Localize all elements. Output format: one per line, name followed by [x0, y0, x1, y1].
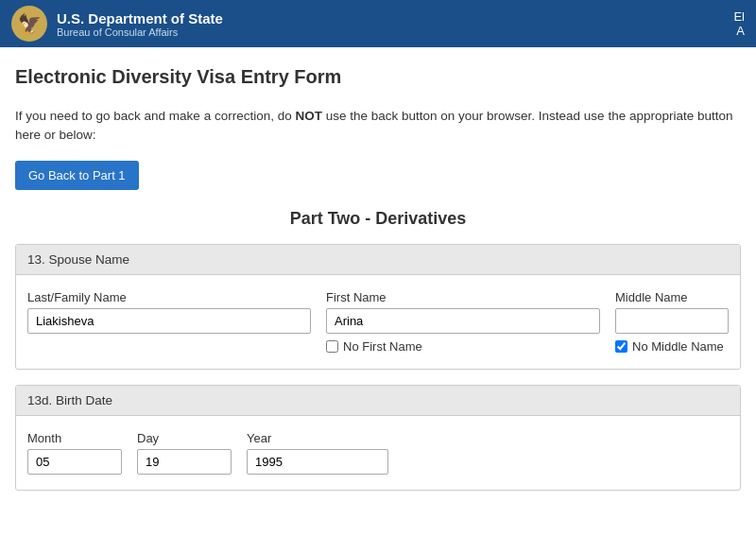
- instruction-bold: NOT: [295, 109, 322, 123]
- header-right-line2: A: [736, 24, 745, 38]
- no-middle-name-row: No Middle Name: [615, 339, 729, 354]
- agency-name: U.S. Department of State: [57, 10, 223, 26]
- month-label: Month: [27, 431, 122, 445]
- day-field-group: Day: [137, 431, 232, 475]
- go-back-button[interactable]: Go Back to Part 1: [15, 161, 139, 190]
- instruction-text: If you need to go back and make a correc…: [15, 107, 741, 146]
- no-first-name-checkbox[interactable]: [326, 340, 338, 353]
- no-middle-name-checkbox[interactable]: [615, 340, 627, 353]
- birth-date-body: Month Day Year: [16, 416, 740, 490]
- no-first-name-row: No First Name: [326, 339, 600, 354]
- first-name-field-group: First Name No First Name: [326, 290, 600, 354]
- spouse-name-header: 13. Spouse Name: [16, 245, 740, 275]
- bureau-name: Bureau of Consular Affairs: [57, 26, 223, 38]
- header-right-text: El A: [733, 9, 745, 38]
- first-name-label: First Name: [326, 290, 600, 304]
- year-field-group: Year: [247, 431, 388, 475]
- spouse-name-card: 13. Spouse Name Last/Family Name First N…: [15, 244, 741, 370]
- seal-icon: 🦅: [11, 6, 47, 42]
- main-content: Electronic Diversity Visa Entry Form If …: [0, 47, 756, 525]
- day-input[interactable]: [137, 449, 232, 475]
- middle-name-label: Middle Name: [615, 290, 729, 304]
- page-title: Electronic Diversity Visa Entry Form: [15, 66, 741, 88]
- no-middle-name-label: No Middle Name: [632, 339, 724, 354]
- section-heading: Part Two - Derivatives: [15, 209, 741, 229]
- last-name-label: Last/Family Name: [27, 290, 311, 304]
- header-right-line1: El: [733, 9, 745, 24]
- spouse-name-body: Last/Family Name First Name No First Nam…: [16, 275, 740, 369]
- birth-date-header: 13d. Birth Date: [16, 386, 740, 416]
- no-first-name-label: No First Name: [343, 339, 422, 354]
- header-text: U.S. Department of State Bureau of Consu…: [57, 10, 223, 38]
- page-header: 🦅 U.S. Department of State Bureau of Con…: [0, 0, 756, 47]
- middle-name-field-group: Middle Name No Middle Name: [615, 290, 729, 354]
- month-input[interactable]: [27, 449, 122, 475]
- last-name-field-group: Last/Family Name: [27, 290, 311, 334]
- year-input[interactable]: [247, 449, 388, 475]
- birth-date-fields-row: Month Day Year: [27, 431, 729, 475]
- birth-date-card: 13d. Birth Date Month Day Year: [15, 385, 741, 491]
- last-name-input[interactable]: [27, 308, 311, 334]
- year-label: Year: [247, 431, 388, 445]
- first-name-input[interactable]: [326, 308, 600, 334]
- header-left: 🦅 U.S. Department of State Bureau of Con…: [11, 6, 223, 42]
- middle-name-input[interactable]: [615, 308, 729, 334]
- spouse-name-fields-row: Last/Family Name First Name No First Nam…: [27, 290, 729, 354]
- instruction-before: If you need to go back and make a correc…: [15, 109, 295, 123]
- day-label: Day: [137, 431, 232, 445]
- month-field-group: Month: [27, 431, 122, 475]
